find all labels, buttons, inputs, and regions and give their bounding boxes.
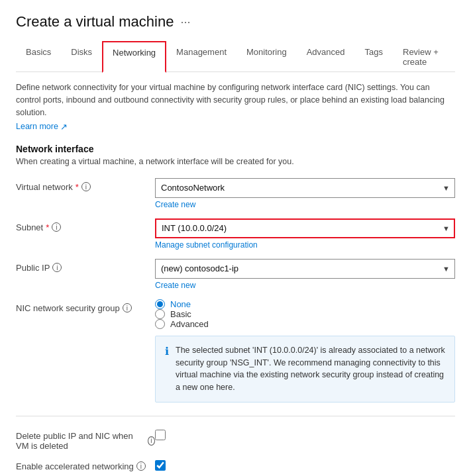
virtual-network-label: Virtual network * i [16, 178, 155, 192]
tab-basics[interactable]: Basics [16, 41, 61, 72]
tab-management[interactable]: Management [166, 41, 236, 72]
nsg-radio-group: None Basic Advanced ℹ The selected subne… [155, 299, 455, 403]
nsg-option-none[interactable]: None [155, 299, 455, 309]
section-title: Network interface [16, 144, 455, 154]
subnet-control: INT (10.0.0.0/24) ▼ Manage subnet config… [155, 218, 455, 250]
nsg-option-advanced[interactable]: Advanced [155, 319, 455, 329]
page-description: Define network connectivity for your vir… [16, 81, 455, 119]
required-asterisk-subnet: * [46, 222, 49, 232]
nic-nsg-control: None Basic Advanced ℹ The selected subne… [155, 299, 455, 403]
virtual-network-create-new-link[interactable]: Create new [155, 200, 195, 209]
external-link-icon: ↗ [60, 122, 68, 132]
create-vm-page: Create a virtual machine ··· Basics Disk… [0, 0, 471, 476]
virtual-network-info-icon[interactable]: i [81, 182, 91, 191]
nic-nsg-row: NIC network security group i None Basic … [16, 299, 455, 403]
public-ip-row: Public IP i (new) contosodc1-ip ▼ Create… [16, 259, 455, 290]
nic-nsg-label: NIC network security group i [16, 299, 155, 313]
virtual-network-select-wrapper: ContosoNetwork ▼ [155, 178, 455, 198]
public-ip-control: (new) contosodc1-ip ▼ Create new [155, 259, 455, 290]
public-ip-select-wrapper: (new) contosodc1-ip ▼ [155, 259, 455, 279]
learn-more-link[interactable]: Learn more ↗ [16, 122, 68, 132]
accelerated-networking-info-icon[interactable]: i [136, 461, 146, 471]
nsg-radio-advanced[interactable] [155, 319, 165, 329]
public-ip-info-icon[interactable]: i [52, 263, 62, 272]
nic-nsg-info-icon[interactable]: i [123, 303, 132, 312]
accelerated-networking-label: Enable accelerated networking i [16, 460, 155, 471]
page-title-menu[interactable]: ··· [180, 15, 190, 29]
nsg-option-basic[interactable]: Basic [155, 309, 455, 319]
virtual-network-select[interactable]: ContosoNetwork [155, 178, 455, 198]
accelerated-networking-row: Enable accelerated networking i [16, 460, 455, 473]
required-asterisk: * [76, 182, 79, 192]
page-title: Create a virtual machine [16, 13, 174, 30]
tab-advanced[interactable]: Advanced [297, 41, 355, 72]
subnet-label: Subnet * i [16, 218, 155, 232]
tab-review-create[interactable]: Review + create [393, 41, 455, 72]
nsg-info-text: The selected subnet 'INT (10.0.0.0/24)' … [176, 344, 445, 394]
nsg-info-box: ℹ The selected subnet 'INT (10.0.0.0/24)… [155, 336, 455, 403]
virtual-network-row: Virtual network * i ContosoNetwork ▼ Cre… [16, 178, 455, 209]
nsg-radio-none[interactable] [155, 299, 165, 309]
public-ip-create-new-link[interactable]: Create new [155, 281, 195, 290]
page-title-row: Create a virtual machine ··· [16, 13, 455, 30]
delete-nic-checkbox-wrapper [155, 430, 166, 442]
accelerated-networking-checkbox-wrapper [155, 460, 166, 473]
subnet-select-wrapper: INT (10.0.0.0/24) ▼ [155, 218, 455, 238]
delete-nic-row: Delete public IP and NIC when VM is dele… [16, 430, 455, 451]
tab-monitoring[interactable]: Monitoring [236, 41, 297, 72]
virtual-network-control: ContosoNetwork ▼ Create new [155, 178, 455, 209]
delete-nic-label: Delete public IP and NIC when VM is dele… [16, 430, 155, 451]
manage-subnet-link[interactable]: Manage subnet configuration [155, 240, 258, 250]
tab-bar: Basics Disks Networking Management Monit… [16, 41, 455, 72]
tab-networking[interactable]: Networking [102, 41, 166, 73]
subnet-info-icon[interactable]: i [52, 222, 61, 232]
delete-nic-checkbox[interactable] [155, 430, 166, 440]
accelerated-networking-checkbox[interactable] [155, 460, 166, 471]
public-ip-select[interactable]: (new) contosodc1-ip [155, 259, 455, 279]
tab-disks[interactable]: Disks [61, 41, 102, 72]
nsg-radio-basic[interactable] [155, 309, 165, 319]
section-description: When creating a virtual machine, a netwo… [16, 157, 455, 166]
delete-nic-info-icon[interactable]: i [148, 436, 155, 446]
info-circle-icon: ℹ [165, 345, 169, 394]
subnet-select[interactable]: INT (10.0.0.0/24) [155, 218, 455, 238]
public-ip-label: Public IP i [16, 259, 155, 273]
section-divider [16, 416, 455, 416]
tab-tags[interactable]: Tags [355, 41, 393, 72]
subnet-row: Subnet * i INT (10.0.0.0/24) ▼ Manage su… [16, 218, 455, 250]
